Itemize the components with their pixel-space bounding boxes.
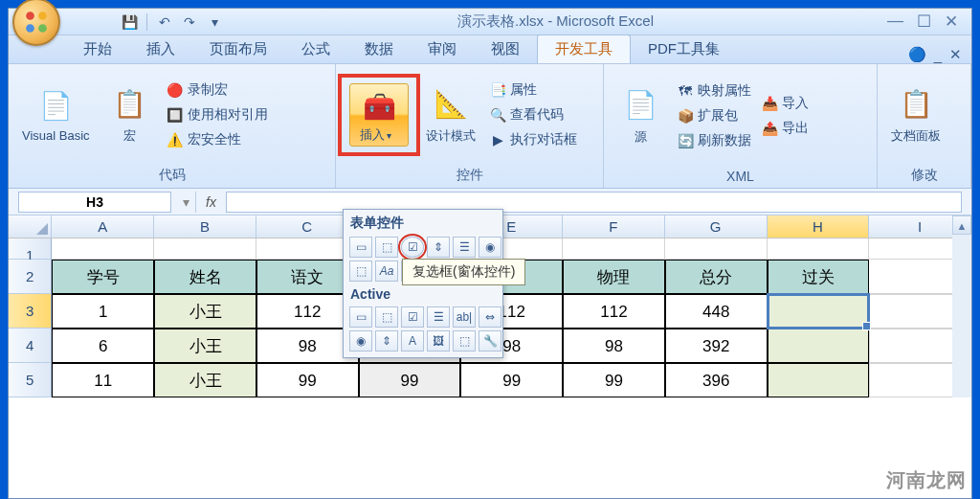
ax-toggle-icon[interactable]: ⬚ — [453, 330, 476, 352]
tab-developer[interactable]: 开发工具 — [537, 34, 631, 63]
svg-point-2 — [26, 24, 34, 33]
refresh-icon: 🔄 — [677, 132, 694, 149]
maximize-button[interactable]: ☐ — [917, 11, 931, 32]
undo-icon[interactable]: ↶ — [155, 12, 174, 32]
map-properties-button[interactable]: 🗺映射属性 — [675, 80, 753, 102]
ax-label-icon[interactable]: A — [401, 330, 424, 352]
insert-controls-button[interactable]: 🧰 插入 — [344, 79, 414, 150]
ax-combo-icon[interactable]: ⬚ — [375, 306, 398, 328]
ribbon: 📄 Visual Basic 📋 宏 🔴录制宏 🔲使用相对引用 ⚠️宏安全性 代… — [9, 64, 971, 189]
visual-basic-button[interactable]: 📄 Visual Basic — [16, 82, 96, 147]
tab-data[interactable]: 数据 — [347, 35, 411, 63]
active-cell[interactable] — [768, 294, 870, 329]
title-bar: 💾 ↶ ↷ ▾ 演示表格.xlsx - Microsoft Excel — ☐ … — [9, 9, 971, 35]
row-header[interactable]: 4 — [9, 329, 52, 363]
tab-review[interactable]: 审阅 — [411, 35, 474, 63]
form-group-icon[interactable]: ⬚ — [349, 261, 372, 282]
record-macro-button[interactable]: 🔴录制宏 — [165, 79, 270, 101]
form-label-icon[interactable]: Aa — [375, 261, 398, 282]
export-icon: 📤 — [761, 120, 778, 137]
form-combo-icon[interactable]: ⬚ — [375, 237, 398, 258]
quick-access-toolbar: 💾 ↶ ↷ ▾ — [120, 12, 224, 32]
svg-point-0 — [26, 11, 34, 20]
scroll-up-icon[interactable]: ▲ — [952, 215, 971, 235]
properties-button[interactable]: 📑属性 — [487, 79, 579, 101]
run-dialog-icon: ▶ — [489, 131, 506, 148]
form-option-icon[interactable]: ◉ — [479, 237, 501, 258]
tab-formulas[interactable]: 公式 — [284, 35, 347, 63]
macro-security-button[interactable]: ⚠️宏安全性 — [165, 129, 270, 150]
vertical-scrollbar[interactable]: ▲ — [952, 215, 971, 397]
record-icon: 🔴 — [167, 81, 184, 99]
row-header[interactable]: 5 — [9, 363, 52, 397]
form-button-icon[interactable]: ▭ — [349, 237, 372, 258]
tab-view[interactable]: 视图 — [474, 35, 537, 63]
ax-spin-icon[interactable]: ⇕ — [375, 330, 398, 352]
activex-controls-title: Active — [346, 284, 500, 304]
minimize-button[interactable]: — — [887, 11, 903, 32]
row-header[interactable]: 2 — [9, 260, 52, 294]
ax-text-icon[interactable]: ab| — [453, 306, 476, 328]
import-icon: 📥 — [761, 95, 778, 112]
form-checkbox-icon[interactable]: ☑ — [401, 237, 424, 258]
design-mode-button[interactable]: 📐 设计模式 — [420, 81, 481, 148]
ax-list-icon[interactable]: ☰ — [427, 306, 450, 328]
fx-button[interactable]: fx — [196, 194, 226, 210]
formula-input[interactable] — [226, 192, 962, 213]
row-header[interactable]: 1 — [9, 238, 52, 260]
form-list-icon[interactable]: ☰ — [453, 237, 476, 258]
col-header-A[interactable]: A — [52, 215, 154, 238]
row-header[interactable]: 3 — [9, 294, 52, 329]
import-button[interactable]: 📥导入 — [759, 93, 811, 114]
refresh-data-button[interactable]: 🔄刷新数据 — [675, 130, 753, 151]
tab-insert[interactable]: 插入 — [129, 35, 192, 63]
macros-icon: 📋 — [111, 85, 149, 124]
group-modify-label: 修改 — [878, 165, 970, 188]
relative-ref-icon: 🔲 — [167, 106, 184, 124]
ax-image-icon[interactable]: 🖼 — [427, 330, 450, 352]
tab-pdf[interactable]: PDF工具集 — [631, 35, 737, 63]
ribbon-tabs: 开始 插入 页面布局 公式 数据 审阅 视图 开发工具 PDF工具集 🔵 _ ✕ — [9, 35, 971, 64]
save-icon[interactable]: 💾 — [120, 12, 139, 32]
name-box[interactable]: H3 — [18, 192, 171, 213]
export-button[interactable]: 📤导出 — [759, 118, 811, 139]
expansion-pack-button[interactable]: 📦扩展包 — [675, 105, 753, 126]
form-spin-icon[interactable]: ⇕ — [427, 237, 450, 258]
col-header-B[interactable]: B — [154, 215, 256, 238]
relative-ref-button[interactable]: 🔲使用相对引用 — [165, 104, 270, 125]
select-all-corner[interactable] — [9, 215, 52, 238]
ribbon-minimize-icon[interactable]: _ — [934, 47, 942, 63]
col-header-G[interactable]: G — [665, 215, 768, 238]
ax-button-icon[interactable]: ▭ — [349, 306, 372, 328]
document-panel-button[interactable]: 📋 文档面板 — [885, 81, 947, 148]
security-icon: ⚠️ — [167, 131, 184, 148]
ax-option-icon[interactable]: ◉ — [349, 330, 372, 352]
tab-home[interactable]: 开始 — [66, 35, 129, 63]
form-controls-title: 表单控件 — [346, 213, 500, 234]
redo-icon[interactable]: ↷ — [180, 12, 199, 32]
run-dialog-button[interactable]: ▶执行对话框 — [487, 129, 579, 150]
help-icon[interactable]: 🔵 — [908, 46, 926, 63]
xml-source-button[interactable]: 📄 源 — [612, 82, 669, 149]
view-code-icon: 🔍 — [489, 106, 506, 124]
close-button[interactable]: ✕ — [945, 11, 958, 32]
expansion-icon: 📦 — [677, 107, 694, 125]
macros-button[interactable]: 📋 宏 — [101, 81, 159, 148]
doc-panel-icon: 📋 — [897, 85, 935, 124]
watermark: 河南龙网 — [886, 467, 967, 493]
ax-scroll-icon[interactable]: ⇔ — [479, 306, 501, 328]
ax-checkbox-icon[interactable]: ☑ — [401, 306, 424, 328]
office-button[interactable] — [12, 0, 60, 46]
col-header-H[interactable]: H — [768, 215, 870, 238]
properties-icon: 📑 — [489, 81, 506, 99]
namebox-dropdown-icon[interactable]: ▾ — [177, 194, 195, 210]
vb-icon: 📄 — [36, 86, 75, 125]
view-code-button[interactable]: 🔍查看代码 — [487, 104, 579, 125]
tab-page-layout[interactable]: 页面布局 — [192, 35, 284, 63]
group-xml-label: XML — [604, 167, 877, 188]
ribbon-close-icon[interactable]: ✕ — [949, 46, 962, 63]
col-header-F[interactable]: F — [563, 215, 665, 238]
design-mode-icon: 📐 — [432, 85, 470, 124]
qat-dropdown-icon[interactable]: ▾ — [205, 12, 224, 32]
ax-more-icon[interactable]: 🔧 — [479, 330, 501, 352]
